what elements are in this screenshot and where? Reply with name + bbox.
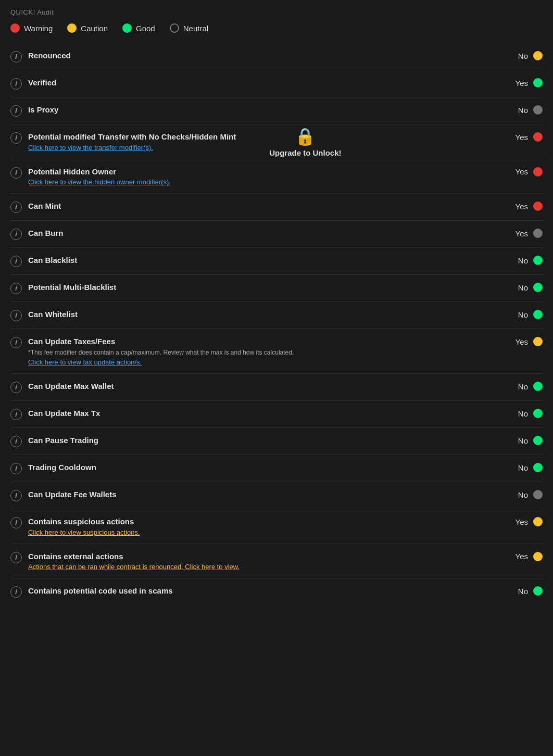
row-right-trading-cooldown: No <box>512 463 543 472</box>
row-status-dot-can-update-max-wallet <box>533 382 543 391</box>
row-status-dot-can-whitelist <box>533 310 543 319</box>
row-label-contains-external-actions: Contains external actions <box>28 551 502 562</box>
row-status-dot-can-blacklist <box>533 256 543 265</box>
legend-item-caution: Caution <box>67 23 108 33</box>
row-value-can-update-fee-wallets: No <box>512 490 528 499</box>
row-right-can-pause-trading: No <box>512 436 543 445</box>
row-value-contains-external-actions: Yes <box>512 552 528 561</box>
row-right-contains-external-actions: Yes <box>512 552 543 561</box>
row-label-can-update-max-wallet: Can Update Max Wallet <box>28 381 502 392</box>
legend-dot-caution <box>67 23 77 33</box>
info-icon-contains-potential-scam-code[interactable]: i <box>10 586 22 598</box>
row-status-dot-trading-cooldown <box>533 463 543 472</box>
row-right-contains-suspicious-actions: Yes <box>512 517 543 526</box>
info-icon-contains-external-actions[interactable]: i <box>10 552 22 563</box>
legend-label-caution: Caution <box>81 24 108 33</box>
row-content-renounced: Renounced <box>28 51 502 61</box>
info-icon-can-burn[interactable]: i <box>10 229 22 240</box>
row-right-is-proxy: No <box>512 105 543 115</box>
audit-row-contains-potential-scam-code: iContains potential code used in scamsNo <box>10 578 543 605</box>
row-label-contains-potential-scam-code: Contains potential code used in scams <box>28 586 502 596</box>
audit-row-can-whitelist: iCan WhitelistNo <box>10 302 543 329</box>
row-content-can-update-taxes: Can Update Taxes/Fees*This fee modifier … <box>28 336 502 366</box>
row-content-can-update-fee-wallets: Can Update Fee Wallets <box>28 489 502 500</box>
row-status-dot-contains-potential-scam-code <box>533 586 543 596</box>
row-label-contains-suspicious-actions: Contains suspicious actions <box>28 516 502 527</box>
row-value-contains-suspicious-actions: Yes <box>512 518 528 526</box>
info-icon-contains-suspicious-actions[interactable]: i <box>10 517 22 528</box>
row-value-can-update-taxes: Yes <box>512 337 528 346</box>
row-value-can-mint: Yes <box>512 202 528 211</box>
row-status-dot-potential-modified-transfer <box>533 132 543 142</box>
info-icon-can-whitelist[interactable]: i <box>10 310 22 321</box>
info-icon-trading-cooldown[interactable]: i <box>10 463 22 474</box>
row-right-can-whitelist: No <box>512 310 543 319</box>
audit-row-contains-suspicious-actions: iContains suspicious actionsClick here t… <box>10 509 543 544</box>
row-label-can-update-max-tx: Can Update Max Tx <box>28 408 502 419</box>
audit-row-potential-multi-blacklist: iPotential Multi-BlacklistNo <box>10 275 543 302</box>
info-icon-can-pause-trading[interactable]: i <box>10 436 22 447</box>
info-icon-can-update-max-tx[interactable]: i <box>10 409 22 420</box>
row-value-can-update-max-wallet: No <box>512 382 528 391</box>
audit-row-can-update-max-tx: iCan Update Max TxNo <box>10 401 543 428</box>
row-value-trading-cooldown: No <box>512 463 528 472</box>
row-status-dot-can-update-fee-wallets <box>533 490 543 499</box>
row-right-potential-modified-transfer: Yes <box>512 132 543 142</box>
row-link-contains-suspicious-actions[interactable]: Click here to view suspicious actions. <box>28 528 502 536</box>
row-value-potential-multi-blacklist: No <box>512 283 528 292</box>
row-link-can-update-taxes[interactable]: Click here to view tax update action/s. <box>28 358 502 366</box>
row-status-dot-contains-suspicious-actions <box>533 517 543 526</box>
row-status-dot-potential-multi-blacklist <box>533 283 543 292</box>
info-icon-potential-multi-blacklist[interactable]: i <box>10 283 22 294</box>
legend: WarningCautionGoodNeutral <box>10 23 543 33</box>
row-status-dot-renounced <box>533 51 543 60</box>
audit-row-can-update-max-wallet: iCan Update Max WalletNo <box>10 374 543 401</box>
row-content-potential-modified-transfer: Potential modified Transfer with No Chec… <box>28 132 502 152</box>
row-link-contains-external-actions[interactable]: Actions that can be ran while contract i… <box>28 563 502 571</box>
info-icon-can-mint[interactable]: i <box>10 201 22 213</box>
info-icon-potential-hidden-owner[interactable]: i <box>10 167 22 179</box>
row-subtext-can-update-taxes: *This fee modifier does contain a cap/ma… <box>28 348 502 357</box>
info-icon-can-update-fee-wallets[interactable]: i <box>10 490 22 501</box>
app-title: QUICKI Audit <box>10 8 543 16</box>
row-content-potential-hidden-owner: Potential Hidden OwnerClick here to view… <box>28 167 502 186</box>
row-value-contains-potential-scam-code: No <box>512 587 528 596</box>
row-right-verified: Yes <box>512 78 543 87</box>
row-content-trading-cooldown: Trading Cooldown <box>28 462 502 473</box>
info-icon-renounced[interactable]: i <box>10 51 22 62</box>
audit-row-can-blacklist: iCan BlacklistNo <box>10 248 543 275</box>
row-content-contains-external-actions: Contains external actionsActions that ca… <box>28 551 502 571</box>
row-value-potential-hidden-owner: Yes <box>512 167 528 176</box>
row-label-trading-cooldown: Trading Cooldown <box>28 462 502 473</box>
row-right-potential-hidden-owner: Yes <box>512 167 543 177</box>
row-label-is-proxy: Is Proxy <box>28 105 502 115</box>
row-content-can-pause-trading: Can Pause Trading <box>28 435 502 446</box>
row-right-renounced: No <box>512 51 543 60</box>
audit-row-renounced: iRenouncedNo <box>10 43 543 70</box>
row-status-dot-potential-hidden-owner <box>533 167 543 177</box>
info-icon-can-blacklist[interactable]: i <box>10 256 22 267</box>
row-content-is-proxy: Is Proxy <box>28 105 502 115</box>
row-right-can-update-max-tx: No <box>512 409 543 418</box>
row-status-dot-can-burn <box>533 229 543 238</box>
row-link-potential-modified-transfer[interactable]: Click here to view the transfer modifier… <box>28 144 502 152</box>
info-icon-can-update-max-wallet[interactable]: i <box>10 382 22 393</box>
row-label-verified: Verified <box>28 78 502 88</box>
row-label-can-whitelist: Can Whitelist <box>28 309 502 320</box>
row-content-can-burn: Can Burn <box>28 228 502 238</box>
row-status-dot-contains-external-actions <box>533 552 543 561</box>
row-status-dot-can-update-max-tx <box>533 409 543 418</box>
info-icon-is-proxy[interactable]: i <box>10 105 22 117</box>
row-label-can-burn: Can Burn <box>28 228 502 238</box>
row-status-dot-can-update-taxes <box>533 337 543 346</box>
info-icon-verified[interactable]: i <box>10 78 22 90</box>
row-status-dot-can-mint <box>533 201 543 211</box>
audit-row-verified: iVerifiedYes <box>10 70 543 97</box>
row-value-verified: Yes <box>512 79 528 87</box>
row-link-potential-hidden-owner[interactable]: Click here to view the hidden owner modi… <box>28 178 502 186</box>
row-content-can-blacklist: Can Blacklist <box>28 255 502 266</box>
info-icon-can-update-taxes[interactable]: i <box>10 337 22 348</box>
legend-dot-warning <box>10 23 20 33</box>
row-content-potential-multi-blacklist: Potential Multi-Blacklist <box>28 282 502 293</box>
info-icon-potential-modified-transfer[interactable]: i <box>10 132 22 144</box>
